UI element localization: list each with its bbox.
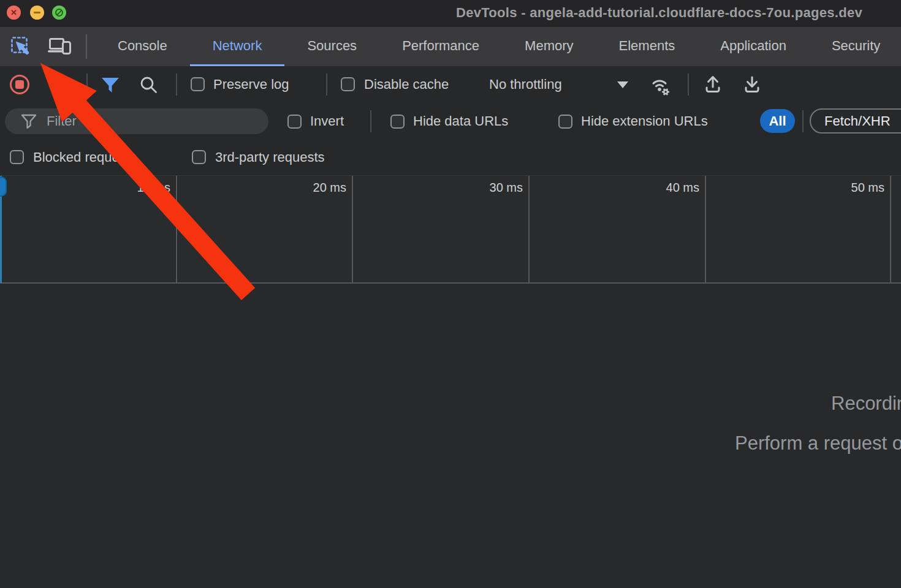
inspect-element-button[interactable] <box>10 36 32 58</box>
close-icon: ✕ <box>10 9 17 17</box>
timeline-tick-label: 10 ms <box>121 181 170 195</box>
devtools-tab-bar: Console Network Sources Performance Memo… <box>0 27 901 66</box>
minimize-icon <box>34 12 40 13</box>
timeline-gridline <box>890 176 891 283</box>
filter-chip-all[interactable]: All <box>760 109 795 133</box>
timeline-cursor-handle[interactable] <box>0 176 7 197</box>
inspect-element-icon <box>10 36 32 58</box>
request-filters-row: Blocked requests 3rd-party requests <box>0 140 901 175</box>
third-party-requests-label[interactable]: 3rd-party requests <box>215 140 325 175</box>
network-filter-row: Invert Hide data URLs Hide extension URL… <box>0 103 901 140</box>
tab-console[interactable]: Console <box>95 27 190 66</box>
blocked-requests-label[interactable]: Blocked requests <box>33 140 137 175</box>
tab-application[interactable]: Application <box>698 27 809 66</box>
filter-toggle-button[interactable] <box>100 77 121 93</box>
network-conditions-button[interactable] <box>647 75 673 96</box>
network-conditions-icon <box>647 75 673 96</box>
third-party-requests-checkbox[interactable] <box>192 150 206 164</box>
tab-elements[interactable]: Elements <box>596 27 698 66</box>
gear-icon <box>662 89 669 95</box>
tab-network[interactable]: Network <box>190 27 285 66</box>
timeline-gridline <box>176 176 177 283</box>
toggle-device-toolbar-icon <box>47 36 72 57</box>
toggle-device-toolbar-button[interactable] <box>47 36 72 57</box>
toolbar-divider <box>86 74 88 96</box>
stop-recording-button[interactable] <box>10 75 29 94</box>
timeline-gridline <box>705 176 706 283</box>
tab-performance[interactable]: Performance <box>379 27 502 66</box>
devtools-window: ✕ DevTools - angela-add-tutorial.cloudfl… <box>0 0 901 588</box>
filter-input[interactable] <box>47 113 243 129</box>
zoom-icon <box>55 9 63 17</box>
hide-data-urls-checkbox[interactable] <box>390 115 405 129</box>
timeline-tick-label: 50 ms <box>835 181 884 195</box>
disable-cache-checkbox[interactable] <box>341 77 355 91</box>
preserve-log-label[interactable]: Preserve log <box>213 66 289 103</box>
clear-icon <box>48 75 68 94</box>
tab-memory[interactable]: Memory <box>502 27 596 66</box>
timeline-tick-label: 30 ms <box>474 181 523 195</box>
tab-sources[interactable]: Sources <box>284 27 379 66</box>
toolbar-divider <box>802 110 804 132</box>
filter-input-container[interactable] <box>5 108 268 134</box>
timeline-tick-label: 40 ms <box>650 181 699 195</box>
invert-checkbox[interactable] <box>287 115 302 129</box>
tab-security[interactable]: Security <box>809 27 901 66</box>
network-toolbar: Preserve log Disable cache No throttling <box>0 66 901 103</box>
network-overview-timeline[interactable]: 10 ms 20 ms 30 ms 40 ms 50 ms <box>0 175 901 284</box>
throttling-select[interactable]: No throttling <box>489 66 562 103</box>
toolbar-divider <box>326 74 327 96</box>
blocked-requests-checkbox[interactable] <box>10 150 24 164</box>
export-har-button[interactable] <box>742 74 762 95</box>
minimize-button[interactable] <box>30 6 44 20</box>
close-button[interactable]: ✕ <box>7 6 21 20</box>
title-bar: ✕ DevTools - angela-add-tutorial.cloudfl… <box>0 0 901 27</box>
toolbar-divider <box>176 74 177 96</box>
clear-button[interactable] <box>48 75 68 94</box>
timeline-gridline <box>352 176 353 283</box>
toolbar-divider <box>370 110 371 132</box>
import-har-button[interactable] <box>702 74 723 95</box>
chevron-down-icon[interactable] <box>617 81 628 88</box>
filter-chip-fetch-xhr[interactable]: Fetch/XHR <box>810 108 901 134</box>
funnel-icon <box>21 114 37 129</box>
window-title: DevTools - angela-add-tutorial.cloudflar… <box>456 5 862 21</box>
download-icon <box>742 74 762 95</box>
timeline-tick-label: 20 ms <box>297 181 346 195</box>
upload-icon <box>702 74 723 95</box>
disable-cache-label[interactable]: Disable cache <box>364 66 449 103</box>
toolbar-divider <box>688 74 689 96</box>
stop-recording-icon <box>15 80 24 89</box>
toolbar-divider <box>86 34 87 59</box>
panel-tabs: Console Network Sources Performance Memo… <box>95 27 901 66</box>
empty-state-line1: Recording network activity… <box>831 393 901 415</box>
zoom-button[interactable] <box>52 6 66 20</box>
hide-extension-urls-checkbox[interactable] <box>558 115 572 129</box>
timeline-gridline <box>528 176 530 283</box>
search-icon <box>139 75 159 94</box>
filter-icon <box>101 77 120 93</box>
hide-data-urls-label[interactable]: Hide data URLs <box>413 103 508 140</box>
hide-extension-urls-label[interactable]: Hide extension URLs <box>581 103 708 140</box>
preserve-log-checkbox[interactable] <box>191 77 205 91</box>
search-button[interactable] <box>139 75 159 94</box>
empty-state-line2: Perform a request or hit ⌘ R to record t… <box>735 432 901 454</box>
invert-label[interactable]: Invert <box>310 103 344 140</box>
